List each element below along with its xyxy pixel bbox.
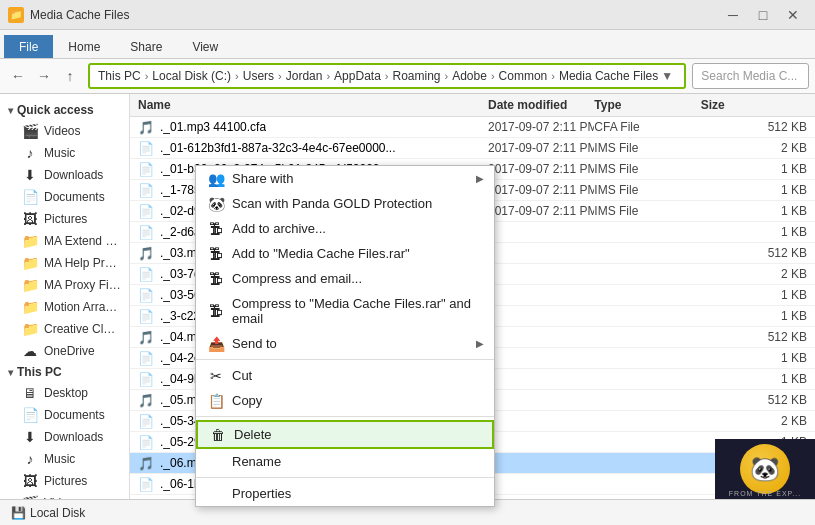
sidebar-label-creative-cloud: Creative Cloud Fil... (44, 322, 121, 336)
sidebar-item-creative-cloud[interactable]: 📁 Creative Cloud Fil... (0, 318, 129, 340)
app-icon: 📁 (8, 7, 24, 23)
quick-access-header[interactable]: ▾ Quick access (0, 100, 129, 120)
path-common[interactable]: Common (499, 69, 548, 83)
address-bar[interactable]: This PC › Local Disk (C:) › Users › Jord… (88, 63, 686, 89)
ctx-item-add-archive[interactable]: 🗜 Add to archive... (196, 216, 494, 241)
address-dropdown-arrow[interactable]: ▼ (658, 65, 676, 87)
sidebar-label-onedrive: OneDrive (44, 344, 95, 358)
path-adobe[interactable]: Adobe (452, 69, 487, 83)
file-size: 512 KB (701, 246, 807, 260)
sidebar-item-downloads[interactable]: ⬇ Downloads (0, 164, 129, 186)
app-logo: 🐼 (740, 444, 790, 494)
ctx-item-scan-panda[interactable]: 🐼 Scan with Panda GOLD Protection (196, 191, 494, 216)
header-size[interactable]: Size (701, 98, 807, 112)
window-title: Media Cache Files (30, 8, 719, 22)
ctx-item-compress-email[interactable]: 🗜 Compress and email... (196, 266, 494, 291)
sidebar-item-ma-help[interactable]: 📁 MA Help Premi... (0, 252, 129, 274)
maximize-button[interactable]: □ (749, 4, 777, 26)
sidebar: ▾ Quick access 🎬 Videos ♪ Music ⬇ Downlo… (0, 94, 130, 501)
ctx-icon-add-rar: 🗜 (206, 244, 226, 264)
sidebar-label-documents: Documents (44, 190, 105, 204)
file-type: IMS File (594, 183, 700, 197)
sidebar-label-music2: Music (44, 452, 75, 466)
ctx-item-copy[interactable]: 📋 Copy (196, 388, 494, 413)
sidebar-item-ma-extend[interactable]: 📁 MA Extend Back... (0, 230, 129, 252)
logo-tagline: FROM THE EXP... (715, 490, 815, 499)
sidebar-item-pictures[interactable]: 🖼 Pictures (0, 208, 129, 230)
ctx-label-properties: Properties (232, 486, 291, 501)
file-icon: 📄 (138, 350, 154, 366)
tab-view[interactable]: View (177, 35, 233, 58)
path-users[interactable]: Users (243, 69, 274, 83)
ctx-label-add-rar: Add to "Media Cache Files.rar" (232, 246, 410, 261)
file-icon: 📄 (138, 413, 154, 429)
file-icon: 🎵 (138, 392, 154, 408)
ctx-label-share-with: Share with (232, 171, 293, 186)
header-name[interactable]: Name (138, 98, 488, 112)
sidebar-item-motion-array[interactable]: 📁 Motion Array Th... (0, 296, 129, 318)
sidebar-label-music: Music (44, 146, 75, 160)
sidebar-item-music2[interactable]: ♪ Music (0, 448, 129, 470)
minimize-button[interactable]: ─ (719, 4, 747, 26)
file-icon: 🎵 (138, 245, 154, 261)
ctx-item-properties[interactable]: Properties (196, 481, 494, 506)
ctx-item-add-rar[interactable]: 🗜 Add to "Media Cache Files.rar" (196, 241, 494, 266)
tab-home[interactable]: Home (53, 35, 115, 58)
ctx-item-share-with[interactable]: 👥 Share with (196, 166, 494, 191)
ctx-item-rename[interactable]: Rename (196, 449, 494, 474)
path-appdata[interactable]: AppData (334, 69, 381, 83)
tab-file[interactable]: File (4, 35, 53, 58)
file-size: 1 KB (701, 288, 807, 302)
ctx-item-compress-rar-email[interactable]: 🗜 Compress to "Media Cache Files.rar" an… (196, 291, 494, 331)
file-size: 1 KB (701, 183, 807, 197)
nav-buttons: ← → ↑ (6, 64, 82, 88)
sidebar-item-documents[interactable]: 📄 Documents (0, 186, 129, 208)
up-button[interactable]: ↑ (58, 64, 82, 88)
file-size: 2 KB (701, 141, 807, 155)
file-name-cell: 📄 ._01-612b3fd1-887a-32c3-4e4c-67ee0000.… (138, 140, 488, 156)
sidebar-label-docs2: Documents (44, 408, 105, 422)
forward-button[interactable]: → (32, 64, 56, 88)
table-row[interactable]: 📄 ._01-612b3fd1-887a-32c3-4e4c-67ee0000.… (130, 138, 815, 159)
ribbon-tabs: File Home Share View (0, 30, 815, 58)
file-label: ._01.mp3 44100.cfa (160, 120, 266, 134)
path-jordan[interactable]: Jordan (286, 69, 323, 83)
path-local-disk[interactable]: Local Disk (C:) (152, 69, 231, 83)
file-icon: 📄 (138, 224, 154, 240)
sidebar-item-onedrive[interactable]: ☁ OneDrive (0, 340, 129, 362)
header-type[interactable]: Type (594, 98, 700, 112)
sidebar-label-desktop: Desktop (44, 386, 88, 400)
creative-cloud-icon: 📁 (22, 321, 38, 337)
file-icon: 📄 (138, 308, 154, 324)
this-pc-header[interactable]: ▾ This PC (0, 362, 129, 382)
address-area: ← → ↑ This PC › Local Disk (C:) › Users … (0, 59, 815, 94)
path-roaming[interactable]: Roaming (392, 69, 440, 83)
file-size: 1 KB (701, 309, 807, 323)
ctx-item-delete[interactable]: 🗑 Delete (196, 420, 494, 449)
search-box[interactable]: Search Media C... (692, 63, 809, 89)
sidebar-item-pictures2[interactable]: 🖼 Pictures (0, 470, 129, 492)
sidebar-item-ma-proxy[interactable]: 📁 MA Proxy Files (0, 274, 129, 296)
table-row[interactable]: 🎵 ._01.mp3 44100.cfa 2017-09-07 2:11 PM … (130, 117, 815, 138)
close-button[interactable]: ✕ (779, 4, 807, 26)
file-size: 512 KB (701, 120, 807, 134)
ctx-label-send-to: Send to (232, 336, 277, 351)
logo-area: 🐼 FROM THE EXP... (715, 439, 815, 499)
sidebar-item-desktop[interactable]: 🖥 Desktop (0, 382, 129, 404)
sidebar-item-videos[interactable]: 🎬 Videos (0, 120, 129, 142)
ctx-icon-send-to: 📤 (206, 334, 226, 354)
path-this-pc[interactable]: This PC (98, 69, 141, 83)
header-date[interactable]: Date modified (488, 98, 594, 112)
file-size: 2 KB (701, 414, 807, 428)
path-media-cache[interactable]: Media Cache Files (559, 69, 658, 83)
sidebar-item-docs2[interactable]: 📄 Documents (0, 404, 129, 426)
tab-share[interactable]: Share (115, 35, 177, 58)
sidebar-item-downloads2[interactable]: ⬇ Downloads (0, 426, 129, 448)
ctx-item-send-to[interactable]: 📤 Send to (196, 331, 494, 356)
file-size: 1 KB (701, 225, 807, 239)
ctx-separator (196, 477, 494, 478)
music2-icon: ♪ (22, 451, 38, 467)
sidebar-item-music[interactable]: ♪ Music (0, 142, 129, 164)
back-button[interactable]: ← (6, 64, 30, 88)
ctx-item-cut[interactable]: ✂ Cut (196, 363, 494, 388)
